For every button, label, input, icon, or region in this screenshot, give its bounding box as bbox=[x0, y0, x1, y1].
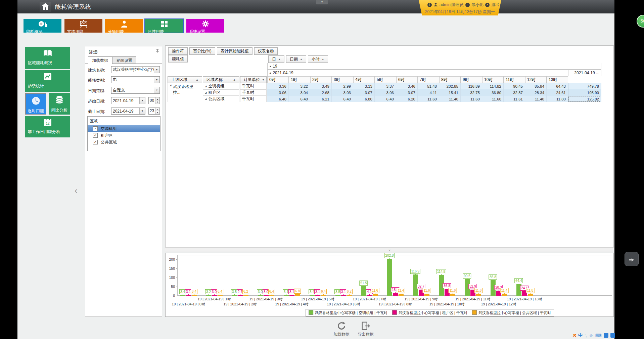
pivot-column-field[interactable]: 日期▲ bbox=[286, 55, 306, 63]
expand-icon[interactable]: ◢ bbox=[205, 91, 206, 94]
value-cell[interactable]: 3.13 bbox=[353, 83, 375, 89]
total-cell[interactable]: 195.90 bbox=[568, 89, 601, 96]
filter-tab-ui-settings[interactable]: 界面设置 bbox=[112, 56, 136, 64]
filter-tab-load-data[interactable]: 加载数据 bbox=[88, 56, 112, 64]
value-cell[interactable]: 11.40 bbox=[525, 96, 547, 102]
value-cell[interactable]: 3.07 bbox=[396, 89, 418, 96]
unit-cell[interactable]: 千瓦时 bbox=[240, 96, 267, 102]
pivot-column-field[interactable]: 小时▲ bbox=[308, 55, 328, 63]
value-cell[interactable]: 6.40 bbox=[289, 96, 310, 102]
value-cell[interactable]: 3.06 bbox=[375, 89, 396, 96]
spin-down-icon[interactable]: ▼ bbox=[155, 111, 159, 115]
hour-column-header[interactable]: 6时 bbox=[396, 76, 418, 83]
value-cell[interactable]: 15.41 bbox=[439, 89, 461, 96]
hour-column-header[interactable]: 13时 bbox=[547, 76, 568, 83]
hour-column-header[interactable]: 11时 bbox=[504, 76, 525, 83]
pivot-column-field[interactable]: 日▲ bbox=[268, 55, 284, 63]
expand-icon[interactable]: ◢ bbox=[205, 85, 206, 88]
minimize-label[interactable]: 最小化 bbox=[471, 2, 484, 8]
area-name-cell[interactable]: ◢空调机组 bbox=[203, 83, 239, 89]
tab-energy-overview[interactable]: 能耗概况 bbox=[24, 19, 61, 33]
ime-logo[interactable]: S bbox=[573, 333, 576, 338]
value-cell[interactable]: 11.80 bbox=[547, 96, 568, 102]
value-cell[interactable]: 6.40 bbox=[332, 96, 353, 102]
region-item[interactable]: ✓租户区 bbox=[88, 132, 160, 139]
value-cell[interactable]: 85.84 bbox=[525, 83, 547, 89]
sidebar-item-nonworkday-analysis[interactable]: 12 非工作日用能分析 bbox=[25, 116, 70, 137]
value-cell[interactable]: 3.37 bbox=[375, 83, 396, 89]
tab-branch-energy[interactable]: 支路用能 bbox=[64, 19, 102, 33]
value-cell[interactable]: 3.03 bbox=[332, 89, 353, 96]
expand-icon[interactable]: ◢ bbox=[170, 84, 171, 87]
pivot-filter-field[interactable]: 表计原始能耗值 bbox=[217, 47, 252, 55]
unit-cell[interactable]: 千瓦时 bbox=[240, 83, 267, 89]
total-cell[interactable]: 125.82 bbox=[568, 96, 601, 102]
ime-punct[interactable]: ’, bbox=[585, 333, 587, 338]
checkbox[interactable]: ✓ bbox=[93, 140, 98, 144]
value-cell[interactable]: 3.07 bbox=[353, 89, 375, 96]
total-column-header[interactable]: 2021-04-19 ... bbox=[568, 70, 601, 76]
value-cell[interactable]: 36.80 bbox=[482, 89, 504, 96]
hour-column-header[interactable]: 8时 bbox=[439, 76, 461, 83]
pivot-filter-field[interactable]: 仪表名称 bbox=[254, 47, 278, 55]
home-button[interactable] bbox=[40, 2, 51, 12]
pivot-filter-field[interactable]: 百分比(%) bbox=[189, 47, 215, 55]
window-collapse-tab[interactable]: ∨ bbox=[316, 0, 328, 4]
energy-type-select[interactable]: 电 ▼ bbox=[111, 76, 160, 83]
value-cell[interactable]: 3.06 bbox=[267, 89, 289, 96]
group-row-date[interactable]: ◢2021-04-19 bbox=[267, 70, 568, 76]
pin-icon[interactable] bbox=[156, 49, 159, 54]
total-cell[interactable]: 749.78 bbox=[568, 83, 601, 89]
start-date-select[interactable]: 2021-04-19 ▼ bbox=[111, 97, 145, 104]
hour-column-header[interactable]: 9时 bbox=[461, 76, 482, 83]
tab-subentry-energy[interactable]: 分项用能 bbox=[105, 19, 143, 33]
value-cell[interactable]: 116.89 bbox=[461, 83, 482, 89]
sidebar-item-trend-statistics[interactable]: 趋势统计 bbox=[25, 70, 70, 92]
expand-icon[interactable]: ◢ bbox=[205, 98, 206, 100]
load-data-button[interactable]: 加载数据 bbox=[330, 321, 353, 337]
pivot-data-field[interactable]: 能耗值 bbox=[168, 55, 188, 62]
export-data-button[interactable]: 导出数据 bbox=[354, 321, 377, 337]
unit-cell[interactable]: 千瓦时 bbox=[240, 89, 267, 96]
value-cell[interactable]: 24.61 bbox=[547, 89, 568, 96]
end-hour-spinner[interactable]: 23 ▲▼ bbox=[148, 108, 160, 115]
horizontal-splitter[interactable]: ∨ bbox=[165, 247, 614, 252]
sidebar-item-hourly-energy[interactable]: 逐时用能 bbox=[25, 93, 46, 115]
hour-column-header[interactable]: 2时 bbox=[310, 76, 332, 83]
hour-column-header[interactable]: 5时 bbox=[375, 76, 396, 83]
value-cell[interactable]: 90.45 bbox=[504, 83, 525, 89]
ime-lang[interactable]: 中 bbox=[578, 332, 583, 338]
value-cell[interactable]: 32.87 bbox=[504, 89, 525, 96]
ime-keyboard-icon[interactable]: ⌨ bbox=[595, 333, 602, 338]
building-select[interactable]: 武汉香格里拉中心写字楼 ▼ bbox=[111, 66, 160, 73]
hour-column-header[interactable]: 1时 bbox=[289, 76, 310, 83]
start-hour-spinner[interactable]: 00 ▲▼ bbox=[148, 97, 160, 104]
info-icon[interactable]: i bbox=[427, 3, 432, 7]
value-cell[interactable]: 114.82 bbox=[482, 83, 504, 89]
value-cell[interactable]: 28.34 bbox=[525, 89, 547, 96]
date-range-select[interactable]: 自定义 ▼ bbox=[111, 87, 160, 94]
spin-down-icon[interactable]: ▼ bbox=[155, 101, 159, 104]
value-cell[interactable]: 2.99 bbox=[332, 83, 353, 89]
value-cell[interactable]: 3.04 bbox=[289, 89, 310, 96]
expand-icon[interactable]: ◢ bbox=[269, 65, 271, 68]
exit-label[interactable]: 退出 bbox=[491, 2, 499, 8]
sidebar-item-region-overview[interactable]: 区域能耗概况 bbox=[25, 47, 70, 69]
tab-region-energy[interactable]: 区域用能 bbox=[145, 19, 183, 33]
value-cell[interactable]: 11.61 bbox=[504, 96, 525, 102]
ime-toolbox-icon[interactable] bbox=[604, 333, 608, 338]
value-cell[interactable]: 6.20 bbox=[396, 96, 418, 102]
minimize-icon[interactable]: − bbox=[465, 3, 470, 7]
hour-column-header[interactable]: 10时 bbox=[482, 76, 504, 83]
value-cell[interactable]: 3.22 bbox=[289, 83, 310, 89]
expand-icon[interactable]: ◢ bbox=[269, 72, 271, 74]
value-cell[interactable]: 6.80 bbox=[353, 96, 375, 102]
parent-area-cell[interactable]: ◢武汉香格里拉... bbox=[168, 83, 202, 102]
pivot-filter-field[interactable]: 操作符 bbox=[168, 47, 188, 55]
value-cell[interactable]: 4.11 bbox=[418, 89, 439, 96]
ime-panel-icon[interactable] bbox=[610, 333, 615, 338]
ime-smiley-icon[interactable]: ☺ bbox=[589, 333, 593, 338]
region-item[interactable]: ✓公共区域 bbox=[88, 139, 160, 145]
value-cell[interactable]: 3.46 bbox=[396, 83, 418, 89]
end-date-select[interactable]: 2021-04-19 ▼ bbox=[111, 108, 145, 115]
